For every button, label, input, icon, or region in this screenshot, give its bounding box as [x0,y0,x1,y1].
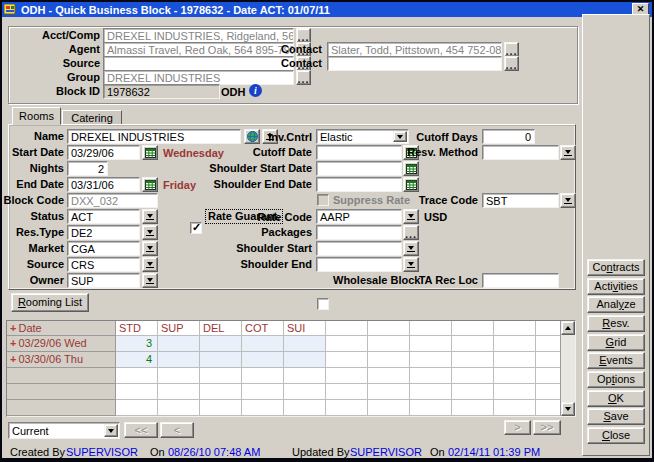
grid-cell[interactable] [158,368,200,384]
contracts-button[interactable]: Contracts [587,259,645,276]
grid-cell[interactable] [284,400,326,416]
owner-field[interactable]: SUP [67,273,140,288]
grid-row-2: +03/30/06 Thu 4 [7,352,575,368]
grid-cell[interactable] [284,352,326,368]
start-date-calendar-icon[interactable] [142,145,158,160]
contact2-field[interactable] [327,56,502,71]
trace-code-list-icon[interactable] [560,193,576,208]
room-grid: +Date STD SUP DEL COT SUI +03/29/06 Wed … [6,320,576,417]
shoulder-start-list-icon[interactable] [403,241,419,256]
wholesale-block-checkbox[interactable] [317,298,329,310]
grid-cell[interactable] [158,336,200,352]
save-button[interactable]: Save [587,408,645,425]
close-button[interactable]: Close [587,427,645,444]
shoulder-start-date-calendar-icon[interactable] [403,161,419,176]
rooming-list-button[interactable]: Rooming List [11,293,89,312]
grid-cell[interactable] [200,336,242,352]
resv-method-field[interactable] [482,145,559,160]
acct-comp-lov-button[interactable]: ... [296,28,311,43]
grid-vertical-scrollbar[interactable] [560,321,575,416]
last-page-button[interactable]: >> [533,420,561,435]
chevron-down-icon[interactable] [104,424,118,437]
packages-field[interactable] [316,225,402,240]
packages-lov-button[interactable]: ... [403,225,419,240]
inv-cntrl-label: Inv.Cntrl [170,131,312,144]
tab-rooms[interactable]: Rooms [12,107,61,125]
currency-label: USD [424,211,454,224]
res-type-field[interactable]: DE2 [67,225,140,240]
end-date-field[interactable]: 03/31/06 [67,177,140,192]
grid-cell[interactable] [158,352,200,368]
trace-code-field[interactable]: SBT [482,193,559,208]
start-date-field[interactable]: 03/29/06 [67,145,140,160]
shoulder-end-field[interactable] [316,257,402,272]
scroll-down-icon[interactable] [561,402,575,416]
name-label: Name [2,130,64,143]
status-list-icon[interactable] [142,209,158,224]
end-date-calendar-icon[interactable] [142,177,158,192]
activities-button[interactable]: Activities [587,278,645,295]
grid-cell[interactable] [200,400,242,416]
status-field[interactable]: ACT [67,209,140,224]
scroll-up-icon[interactable] [561,321,575,335]
shoulder-end-list-icon[interactable] [403,257,419,272]
resv-button[interactable]: Resv. [587,315,645,332]
info-icon[interactable]: i [249,84,262,97]
cutoff-days-label: Cutoff Days [380,131,478,144]
grid-cell[interactable] [242,368,284,384]
grid-button[interactable]: Grid [587,334,645,351]
view-combobox[interactable]: Current [8,422,120,439]
grid-cell[interactable]: 3 [116,336,158,352]
prev-page-button[interactable]: < [160,422,194,438]
group-field[interactable]: DREXEL INDUSTRIES [103,70,294,85]
analyze-button[interactable]: Analyze [587,296,645,313]
grid-cell[interactable] [200,384,242,400]
contact2-lov-button[interactable]: ... [504,56,519,71]
events-button[interactable]: Events [587,352,645,369]
options-button[interactable]: Options [587,371,645,388]
grid-cell[interactable] [284,336,326,352]
first-page-button[interactable]: << [124,422,158,438]
group-lov-button[interactable]: ... [296,70,311,85]
grid-cell[interactable] [242,400,284,416]
grid-cell[interactable] [158,384,200,400]
contact1-lov-button[interactable]: ... [504,42,519,57]
ok-button[interactable]: OK [587,390,645,407]
rate-code-field[interactable]: AARP [316,209,402,224]
cutoff-days-field[interactable]: 0 [482,129,535,144]
grid-cell[interactable] [116,368,158,384]
nights-field[interactable]: 2 [67,161,108,176]
source-label: Source [20,57,100,70]
next-page-button[interactable]: > [504,420,531,435]
market-field[interactable]: CGA [67,241,140,256]
rate-code-list-icon[interactable] [403,209,419,224]
grid-cell[interactable] [116,400,158,416]
grid-cell[interactable] [200,368,242,384]
shoulder-end-date-calendar-icon[interactable] [403,177,419,192]
grid-cell[interactable] [242,384,284,400]
agent-field[interactable]: Almassi Travel, Red Oak, 564 895-7954 [103,42,294,57]
shoulder-end-date-label: Shoulder End Date [170,178,312,191]
grid-cell[interactable] [242,352,284,368]
tab-catering[interactable]: Catering [62,110,122,125]
grid-cell[interactable] [284,384,326,400]
source2-field[interactable]: CRS [67,257,140,272]
source-field[interactable] [103,56,294,71]
grid-cell[interactable] [116,384,158,400]
grid-cell[interactable] [242,336,284,352]
shoulder-start-date-field[interactable] [316,161,402,176]
market-list-icon[interactable] [142,241,158,256]
contact1-field[interactable]: Slater, Todd, Pittstown, 454 752-0885 [327,42,502,57]
grid-cell[interactable] [200,352,242,368]
res-type-list-icon[interactable] [142,225,158,240]
grid-cell[interactable] [158,400,200,416]
acct-comp-field[interactable]: DREXEL INDUSTRIES, Ridgeland, 564 52 [103,28,294,43]
grid-cell[interactable]: 4 [116,352,158,368]
source2-list-icon[interactable] [142,257,158,272]
grid-cell[interactable] [284,368,326,384]
owner-list-icon[interactable] [142,273,158,288]
resv-method-list-icon[interactable] [560,145,576,160]
shoulder-start-field[interactable] [316,241,402,256]
ta-rec-loc-field[interactable] [482,273,559,288]
shoulder-end-date-field[interactable] [316,177,402,192]
